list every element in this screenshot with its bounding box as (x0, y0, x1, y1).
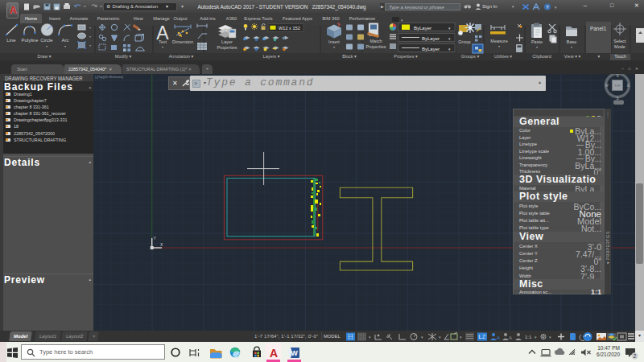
svg-text:▾: ▾ (460, 335, 462, 339)
svg-text:[-][Top][2D Wireframe]: [-][Top][2D Wireframe] (95, 76, 123, 79)
svg-text:ByLayer: ByLayer (422, 47, 440, 51)
svg-text:S: S (616, 97, 618, 101)
svg-text:▾: ▾ (333, 45, 335, 49)
svg-text:Dimension: Dimension (172, 39, 193, 44)
svg-text:Line: Line (6, 38, 16, 43)
svg-text:Layer: Layer (221, 39, 233, 44)
svg-text:▾: ▾ (535, 335, 537, 339)
svg-text:Insert: Insert (328, 39, 340, 44)
svg-text:▾: ▾ (536, 45, 538, 49)
svg-text:Measure: Measure (490, 39, 507, 43)
svg-text:Panel1: Panel1 (590, 26, 607, 31)
svg-text:TOP: TOP (614, 84, 621, 88)
svg-text:A: A (497, 335, 500, 340)
svg-text:Match: Match (370, 39, 382, 43)
svg-text:Y: Y (154, 236, 157, 241)
svg-text:▾: ▾ (64, 44, 66, 48)
svg-text:Arc: Arc (62, 38, 69, 43)
svg-text:ByLayer: ByLayer (422, 36, 440, 41)
svg-text:▾: ▾ (162, 45, 163, 49)
svg-text:▾: ▾ (89, 43, 91, 47)
svg-text:Properties: Properties (217, 45, 237, 50)
svg-text:▾: ▾ (89, 35, 91, 39)
svg-text:▾: ▾ (571, 45, 572, 49)
svg-text:Properties: Properties (365, 44, 386, 49)
svg-text:▾: ▾ (46, 44, 47, 48)
svg-text:▾: ▾ (555, 5, 557, 10)
svg-text:▾: ▾ (369, 335, 371, 339)
svg-text:▾: ▾ (498, 44, 500, 48)
svg-text:▾: ▾ (89, 26, 91, 30)
svg-text:L: L (479, 334, 482, 339)
svg-text:Paste: Paste (531, 39, 543, 44)
svg-text:Base: Base (567, 39, 577, 44)
svg-text:W: W (291, 349, 298, 357)
svg-text:Z: Z (482, 334, 486, 339)
svg-text:W12 x 152: W12 x 152 (279, 26, 300, 31)
svg-text:A: A (270, 347, 278, 360)
svg-text:ByLayer: ByLayer (414, 26, 431, 31)
svg-text:Circle: Circle (40, 38, 53, 43)
svg-text:Mode: Mode (614, 44, 625, 49)
svg-text:1:1: 1:1 (525, 335, 532, 339)
svg-text:Select: Select (613, 39, 626, 43)
svg-text:▾: ▾ (421, 335, 423, 339)
svg-text:E: E (627, 84, 630, 88)
svg-text:A: A (509, 335, 512, 340)
svg-text:N: N (616, 74, 618, 78)
svg-text:▾: ▾ (549, 335, 551, 339)
svg-text:Polyline: Polyline (21, 38, 39, 43)
svg-text:2: 2 (634, 353, 637, 359)
svg-text:W: W (605, 84, 609, 88)
svg-text:▾: ▾ (439, 335, 441, 339)
svg-text:X: X (160, 242, 163, 247)
svg-text:Text: Text (159, 39, 167, 44)
svg-text:Group: Group (458, 39, 470, 44)
